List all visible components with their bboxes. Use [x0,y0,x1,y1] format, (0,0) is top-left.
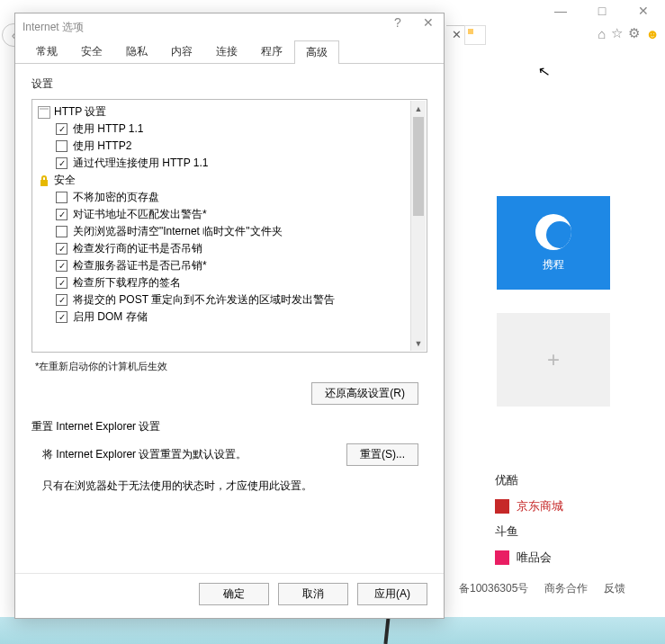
scroll-thumb[interactable] [413,117,424,216]
checkbox[interactable] [56,140,67,152]
link-vip[interactable]: 唯品会 [517,545,552,571]
setting-label: 检查服务器证书是否已吊销* [73,258,207,273]
scroll-down-button[interactable]: ▼ [411,335,426,351]
setting-label: 不将加密的页存盘 [73,190,159,205]
restart-note: *在重新启动你的计算机后生效 [35,360,427,373]
setting-label: 启用 DOM 存储 [73,309,148,325]
side-links: 优酷 京东商城 斗鱼 唯品会 [495,468,563,570]
reset-description: 只有在浏览器处于无法使用的状态时，才应使用此设置。 [31,466,427,503]
apply-button[interactable]: 应用(A) [357,583,427,605]
bg-new-tab-button[interactable] [464,25,486,45]
setting-label: 将提交的 POST 重定向到不允许发送的区域时发出警告 [73,292,335,308]
tab-security[interactable]: 安全 [69,40,114,63]
category-label: 安全 [54,173,76,188]
home-icon[interactable]: ⌂ [598,26,606,41]
dialog-footer: 确定 取消 应用(A) [15,573,444,618]
tile-ctrip[interactable]: 携程 [497,196,610,290]
list-item[interactable]: 斗鱼 [495,519,563,545]
tab-connections[interactable]: 连接 [204,40,249,63]
link-jd[interactable]: 京东商城 [517,494,563,520]
cursor-icon: ↖ [536,62,551,81]
reset-row: 将 Internet Explorer 设置重置为默认设置。 重置(S)... [31,443,427,466]
bg-window-controls: — □ ✕ [548,0,665,18]
tab-content[interactable]: 内容 [159,40,204,63]
internet-options-dialog: Internet 选项 ? ✕ 常规 安全 隐私 内容 连接 程序 高级 设置 … [14,13,445,619]
dialog-titlebar[interactable]: Internet 选项 ? ✕ [15,13,444,40]
footer-biz[interactable]: 商务合作 [544,581,588,596]
checkbox[interactable] [56,277,67,289]
setting-item[interactable]: 检查服务器证书是否已吊销* [38,257,409,274]
link-youku[interactable]: 优酷 [495,468,518,494]
setting-label: 通过代理连接使用 HTTP 1.1 [73,156,208,171]
setting-label: 检查所下载程序的签名 [73,275,181,291]
face-icon[interactable]: ☻ [645,26,660,41]
checkbox[interactable] [56,209,67,220]
dialog-tabs: 常规 安全 隐私 内容 连接 程序 高级 [15,40,444,64]
setting-label: 关闭浏览器时清空"Internet 临时文件"文件夹 [73,224,283,239]
cancel-button[interactable]: 取消 [278,583,348,605]
list-item[interactable]: 优酷 [495,468,563,494]
quick-tiles: 携程 + [497,196,610,430]
setting-item[interactable]: 关闭浏览器时清空"Internet 临时文件"文件夹 [38,223,409,240]
checkbox[interactable] [56,157,67,169]
checkbox[interactable] [56,123,67,135]
setting-item[interactable]: 检查发行商的证书是否吊销 [38,240,409,257]
checkbox[interactable] [56,226,67,237]
settings-label: 设置 [31,76,427,92]
close-button[interactable]: ✕ [417,15,440,30]
settings-listbox[interactable]: HTTP 设置 使用 HTTP 1.1 使用 HTTP2 通过代理连接使用 HT… [31,99,427,353]
scrollbar[interactable]: ▲ ▼ [410,101,426,351]
reset-button[interactable]: 重置(S)... [346,443,418,466]
help-button[interactable]: ? [386,15,409,30]
tab-programs[interactable]: 程序 [249,40,294,63]
bg-footer: 备10036305号 商务合作 反馈 [459,581,625,596]
dialog-body: 设置 HTTP 设置 使用 HTTP 1.1 使用 HTTP2 通过代理连接使用 [15,64,444,573]
setting-item[interactable]: 检查所下载程序的签名 [38,274,409,291]
checkbox[interactable] [56,192,67,203]
restore-advanced-button[interactable]: 还原高级设置(R) [311,382,418,405]
favorite-icon[interactable]: ☆ [611,25,623,41]
tab-general[interactable]: 常规 [24,40,69,63]
checkbox[interactable] [56,294,67,306]
setting-label: 使用 HTTP 1.1 [73,121,143,137]
ok-button[interactable]: 确定 [199,583,269,605]
list-item[interactable]: 唯品会 [495,545,563,571]
setting-item[interactable]: 使用 HTTP 1.1 [38,121,409,138]
setting-item[interactable]: 对证书地址不匹配发出警告* [38,206,409,223]
checkbox[interactable] [56,243,67,255]
bg-toolbar-right: ⌂ ☆ ⚙ ☻ [598,25,660,41]
setting-item[interactable]: 将提交的 POST 重定向到不允许发送的区域时发出警告 [38,291,409,309]
checkbox[interactable] [56,260,67,272]
footer-feedback[interactable]: 反馈 [604,581,625,596]
setting-item[interactable]: 通过代理连接使用 HTTP 1.1 [38,155,409,172]
tab-privacy[interactable]: 隐私 [114,40,159,63]
setting-item[interactable]: 启用 DOM 存储 [38,309,409,326]
link-douyu[interactable]: 斗鱼 [495,519,518,545]
settings-icon[interactable]: ⚙ [628,25,640,41]
reset-text: 将 Internet Explorer 设置重置为默认设置。 [31,447,346,462]
bg-seabed [0,617,665,644]
badge-icon [495,550,509,565]
setting-label: 检查发行商的证书是否吊销 [73,241,202,256]
scroll-up-button[interactable]: ▲ [411,101,426,116]
checkbox[interactable] [56,311,67,323]
tile-label: 携程 [543,257,564,273]
tile-add[interactable]: + [497,313,610,407]
list-item[interactable]: 京东商城 [495,494,563,520]
tab-advanced[interactable]: 高级 [294,40,339,64]
bg-maximize-button[interactable]: □ [589,4,615,18]
category-http[interactable]: HTTP 设置 [38,103,409,121]
category-security[interactable]: 安全 [38,172,409,189]
setting-label: 对证书地址不匹配发出警告* [73,207,207,222]
settings-tree: HTTP 设置 使用 HTTP 1.1 使用 HTTP2 通过代理连接使用 HT… [38,103,427,348]
setting-item[interactable]: 不将加密的页存盘 [38,189,409,206]
page-icon [38,106,50,119]
dialog-title: Internet 选项 [22,20,84,35]
badge-icon [495,499,509,514]
setting-label: 使用 HTTP2 [73,139,131,154]
setting-item[interactable]: 使用 HTTP2 [38,138,409,155]
lock-icon [38,174,50,187]
bg-minimize-button[interactable]: — [548,4,573,18]
footer-icp: 备10036305号 [459,581,528,596]
bg-close-button[interactable]: ✕ [631,4,656,18]
